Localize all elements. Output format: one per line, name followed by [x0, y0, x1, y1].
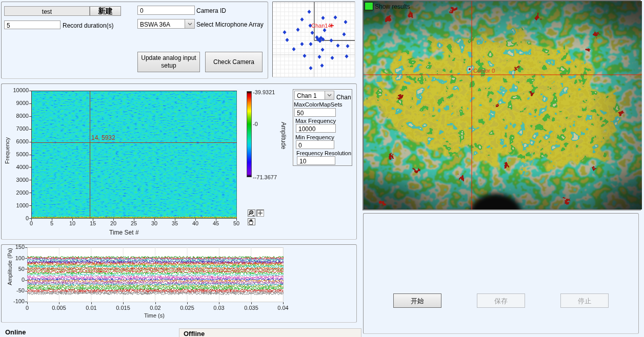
- svg-text:Cursor 0: Cursor 0: [473, 68, 495, 74]
- svg-text:Chan14: Chan14: [311, 23, 331, 29]
- svg-text:14, 5932: 14, 5932: [91, 134, 115, 141]
